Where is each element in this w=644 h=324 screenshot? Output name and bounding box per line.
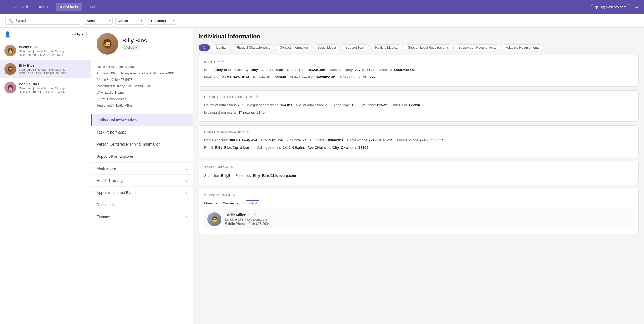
physical-header: PHYSICAL CHARACTERISTICS ✎ bbox=[204, 95, 633, 99]
nav-staff[interactable]: Staff bbox=[84, 3, 101, 11]
tab-health[interactable]: Health / Medical bbox=[371, 44, 402, 51]
person-detail-1: Oklahoma | BiosKids | Bios Siblings bbox=[19, 49, 87, 53]
sort-button[interactable]: Sort by ▾ bbox=[67, 31, 87, 38]
physical-bmi: 26 bbox=[325, 103, 328, 107]
physical-card: PHYSICAL CHARACTERISTICS ✎ Height at adm… bbox=[199, 90, 639, 122]
tab-bar: All Identity Physical Characteristics Co… bbox=[199, 44, 639, 51]
tab-supervision[interactable]: Supervision Requirements bbox=[454, 44, 500, 51]
office-select[interactable]: Office bbox=[119, 19, 141, 23]
support-person-name: Eddie Miller bbox=[225, 213, 246, 217]
address-label: Address: bbox=[97, 71, 110, 75]
roommate-2-link[interactable]: Bonnie Bios bbox=[133, 84, 151, 88]
support-person-delete-icon[interactable]: 🗑 bbox=[253, 213, 257, 217]
state-select[interactable]: State bbox=[87, 19, 109, 23]
menu-health-tracking[interactable]: Health Tracking › bbox=[91, 175, 193, 187]
menu-appointments[interactable]: Appointment and Events › bbox=[91, 187, 193, 199]
menu-label: Individual Information bbox=[97, 118, 137, 122]
plpm-value: Chris Mercer bbox=[107, 97, 126, 101]
tab-all[interactable]: All bbox=[199, 44, 210, 51]
tab-physical[interactable]: Physical Characteristics bbox=[232, 44, 274, 51]
residence-select[interactable]: Residence bbox=[151, 19, 174, 23]
state-filter[interactable]: State State bbox=[83, 17, 113, 25]
identity-gender: Male bbox=[275, 68, 283, 72]
list-item[interactable]: 🧔 Billy Bios Oklahoma | BiosKids | Bios … bbox=[0, 60, 91, 78]
menu-documents[interactable]: Documents › bbox=[91, 199, 193, 211]
menu-label: Support Plan Explorer bbox=[97, 154, 133, 159]
contact-zip: 74066 bbox=[303, 138, 312, 142]
menu-support-plan[interactable]: Support Plan Explorer › bbox=[91, 150, 193, 163]
status-badge[interactable]: Active ▾ bbox=[122, 45, 140, 50]
chevron-right-icon: › bbox=[186, 215, 188, 219]
tab-social[interactable]: Social Media bbox=[313, 44, 340, 51]
right-panel: Individual Information All Identity Phys… bbox=[193, 28, 644, 324]
support-team-header: SUPPORT TEAM ✎ bbox=[204, 193, 633, 197]
tab-support-level[interactable]: Support Level Requirements bbox=[404, 44, 453, 51]
nav-menu: Individual Information › Task Performanc… bbox=[91, 114, 193, 223]
tab-contact[interactable]: Contact Information bbox=[276, 44, 312, 51]
support-person-edit-icon[interactable]: ✎ bbox=[248, 213, 251, 217]
menu-individual-info[interactable]: Individual Information › bbox=[91, 114, 193, 126]
identity-card: IDENTITY ✎ Name: Billy Bios Goes By: Bil… bbox=[199, 55, 639, 87]
nav-dashboard[interactable]: Dashboard bbox=[5, 3, 32, 11]
contact-home-phone: (918) 407-5425 bbox=[369, 138, 393, 142]
identity-state-case: D-028951-01 bbox=[316, 75, 336, 79]
address-row: Address: 309 E Dewey Ave Sapulpa, Oklaho… bbox=[97, 71, 188, 76]
lpm-label: LPM: bbox=[97, 91, 105, 95]
contact-address: 309 E Dewey Ave bbox=[229, 138, 257, 142]
lpm-value: Leslie Bryant bbox=[105, 91, 123, 95]
support-person-info: Eddie Miller ✎ 🗑 Email: emiller@bioscorp… bbox=[225, 213, 269, 226]
identity-row-1: Name: Billy Bios Goes By: Billy Gender: … bbox=[204, 67, 633, 73]
social-edit-icon[interactable]: ✎ bbox=[230, 165, 233, 170]
phone-value: (918) 407-5425 bbox=[110, 78, 132, 82]
office-filter[interactable]: Office Office bbox=[115, 17, 145, 25]
menu-person-centered[interactable]: Person Centered Planning Information › bbox=[91, 138, 193, 150]
list-item[interactable]: 👩 Becky Bios Oklahoma | BiosKids | Bios … bbox=[0, 41, 91, 60]
contact-row-2: Email: Billy_Bios@gmail.com Mailing Addr… bbox=[204, 145, 633, 151]
identity-medicare: 4XG9-SA3-HE74 bbox=[222, 75, 249, 79]
identity-dob: 10/23/1984 bbox=[308, 68, 326, 72]
tab-support-team[interactable]: Support Team bbox=[342, 44, 370, 51]
menu-medications[interactable]: Medications › bbox=[91, 163, 193, 175]
nav-admin[interactable]: Admin bbox=[35, 3, 54, 11]
phone-row: Phone #: (918) 407-5425 bbox=[97, 77, 188, 82]
office-label: Office served from: bbox=[97, 65, 125, 69]
menu-finance[interactable]: Finance › bbox=[91, 211, 193, 223]
physical-edit-icon[interactable]: ✎ bbox=[255, 95, 259, 99]
support-avatar: 👨 bbox=[207, 212, 221, 226]
left-sidebar: 👤 Sort by ▾ 👩 Becky Bios Oklahoma | Bios… bbox=[0, 28, 91, 324]
search-box[interactable]: 🔍 bbox=[5, 17, 80, 25]
support-team-edit-icon[interactable]: ✎ bbox=[232, 193, 236, 197]
chevron-right-icon: › bbox=[186, 166, 188, 171]
contact-edit-icon[interactable]: ✎ bbox=[246, 130, 249, 134]
physical-title: PHYSICAL CHARACTERISTICS bbox=[204, 95, 253, 99]
residence-filter[interactable]: Residence Residence bbox=[148, 17, 177, 25]
list-item[interactable]: 👩 Bonnie Bios Oklahoma | BiosKids | Bios… bbox=[0, 78, 91, 97]
menu-label: Appointment and Events bbox=[97, 190, 138, 195]
nav-individuals[interactable]: Individuals bbox=[56, 3, 82, 11]
social-facebook: Billy_Bios@bioscorp.com bbox=[253, 174, 296, 178]
sidebar-header: 👤 Sort by ▾ bbox=[0, 28, 91, 41]
physical-row-1: Height at admission: 5'6" Weight at admi… bbox=[204, 102, 633, 108]
tab-adaptive[interactable]: Adaptive Requirements bbox=[502, 44, 543, 51]
physical-blood: O- bbox=[352, 103, 356, 107]
profile-name-section: Billy Bios Active ▾ bbox=[122, 38, 147, 50]
search-input[interactable] bbox=[15, 19, 77, 23]
chevron-right-icon: › bbox=[186, 178, 188, 183]
identity-edit-icon[interactable]: ✎ bbox=[222, 60, 225, 64]
menu-task-performance[interactable]: Task Performance › bbox=[91, 126, 193, 138]
phone-label: Phone #: bbox=[97, 78, 110, 82]
menu-label: Medications bbox=[97, 166, 117, 171]
support-team-title: SUPPORT TEAM bbox=[204, 193, 230, 197]
identity-title: IDENTITY bbox=[204, 60, 219, 63]
chevron-right-icon: › bbox=[186, 142, 188, 146]
roommate-1-link[interactable]: Becky Bios bbox=[116, 84, 131, 88]
add-support-button[interactable]: + Add bbox=[246, 200, 260, 206]
logout-icon[interactable]: ⤻ bbox=[635, 4, 639, 10]
menu-label: Person Centered Planning Information bbox=[97, 142, 160, 146]
support-section-label: Guardian / Conservator bbox=[204, 201, 243, 205]
tab-identity[interactable]: Identity bbox=[212, 44, 230, 51]
menu-label: Finance bbox=[97, 215, 110, 219]
social-snapchat: BillyB bbox=[221, 174, 231, 178]
avatar: 👩 bbox=[4, 82, 16, 93]
contact-email: Billy_Bios@gmail.com bbox=[215, 146, 253, 150]
